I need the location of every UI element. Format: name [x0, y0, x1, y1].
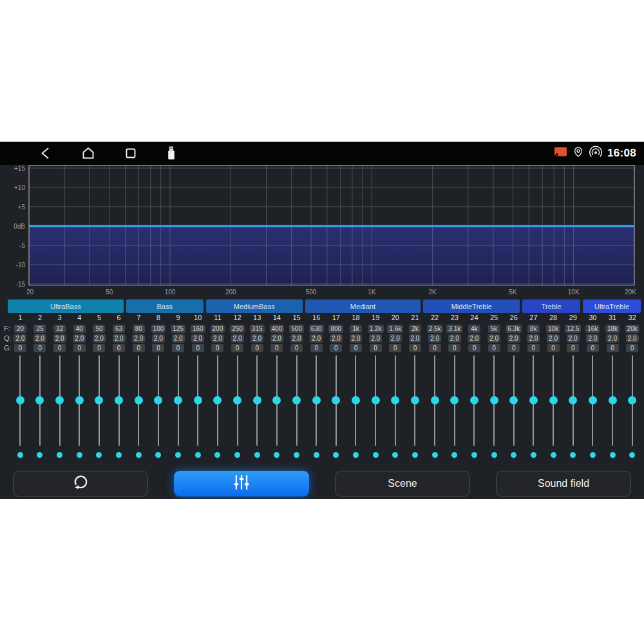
q-value-chip[interactable]: 2.0	[290, 334, 303, 343]
g-value-chip[interactable]: 0	[330, 344, 342, 352]
slider-knob[interactable]	[233, 396, 242, 404]
q-value-chip[interactable]: 2.0	[191, 334, 204, 343]
f-value-chip[interactable]: 250	[230, 325, 245, 333]
gain-slider[interactable]	[109, 354, 129, 448]
gain-slider[interactable]	[227, 354, 247, 448]
f-value-chip[interactable]: 6.3k	[506, 325, 522, 333]
slider-knob[interactable]	[135, 396, 143, 404]
g-value-chip[interactable]: 0	[251, 344, 263, 352]
f-value-chip[interactable]: 18k	[605, 325, 620, 333]
q-value-chip[interactable]: 2.0	[567, 334, 580, 343]
f-value-chip[interactable]: 20	[14, 325, 26, 333]
q-value-chip[interactable]: 2.0	[251, 334, 263, 343]
g-value-chip[interactable]: 0	[133, 344, 145, 352]
f-value-chip[interactable]: 800	[328, 325, 343, 333]
f-value-chip[interactable]: 12.5	[565, 325, 581, 333]
g-value-chip[interactable]: 0	[567, 344, 579, 352]
q-value-chip[interactable]: 2.0	[231, 334, 244, 343]
slider-knob[interactable]	[292, 396, 301, 404]
q-value-chip[interactable]: 2.0	[172, 334, 185, 343]
g-value-chip[interactable]: 0	[290, 344, 303, 352]
slider-knob[interactable]	[272, 396, 281, 404]
slider-knob[interactable]	[115, 396, 123, 404]
f-value-chip[interactable]: 160	[191, 325, 205, 333]
f-value-chip[interactable]: 500	[289, 325, 304, 333]
slider-knob[interactable]	[194, 396, 202, 404]
f-value-chip[interactable]: 1.2k	[368, 325, 384, 333]
g-value-chip[interactable]: 0	[93, 344, 105, 352]
f-value-chip[interactable]: 1k	[350, 325, 362, 333]
slider-knob[interactable]	[312, 396, 321, 404]
g-value-chip[interactable]: 0	[14, 344, 26, 352]
f-value-chip[interactable]: 4k	[468, 325, 480, 333]
g-value-chip[interactable]: 0	[448, 344, 460, 352]
slider-knob[interactable]	[55, 396, 64, 404]
g-value-chip[interactable]: 0	[370, 344, 382, 352]
gain-slider[interactable]	[583, 354, 603, 448]
g-value-chip[interactable]: 0	[192, 344, 204, 352]
gain-slider[interactable]	[10, 354, 30, 448]
gain-slider[interactable]	[168, 354, 188, 448]
g-value-chip[interactable]: 0	[527, 344, 540, 352]
equalizer-button[interactable]	[174, 471, 309, 497]
g-value-chip[interactable]: 0	[172, 344, 184, 352]
q-value-chip[interactable]: 2.0	[389, 334, 402, 343]
f-value-chip[interactable]: 3.1k	[446, 325, 462, 333]
home-icon[interactable]	[81, 146, 95, 160]
q-value-chip[interactable]: 2.0	[488, 334, 500, 343]
gain-slider[interactable]	[444, 354, 464, 448]
f-value-chip[interactable]: 10k	[546, 325, 560, 333]
g-value-chip[interactable]: 0	[468, 344, 480, 352]
f-value-chip[interactable]: 315	[250, 325, 265, 333]
q-value-chip[interactable]: 2.0	[93, 334, 106, 343]
scene-button[interactable]: Scene	[335, 471, 470, 497]
f-value-chip[interactable]: 2k	[409, 325, 421, 333]
f-value-chip[interactable]: 1.6k	[387, 325, 403, 333]
slider-knob[interactable]	[529, 396, 538, 404]
q-value-chip[interactable]: 2.0	[369, 334, 382, 343]
f-value-chip[interactable]: 8k	[527, 325, 540, 333]
q-value-chip[interactable]: 2.0	[606, 334, 619, 343]
gain-slider[interactable]	[484, 354, 504, 448]
f-value-chip[interactable]: 20k	[625, 325, 639, 333]
f-value-chip[interactable]: 32	[53, 325, 66, 333]
q-value-chip[interactable]: 2.0	[132, 334, 145, 343]
q-value-chip[interactable]: 2.0	[409, 334, 422, 343]
slider-knob[interactable]	[154, 396, 162, 404]
gain-slider[interactable]	[208, 354, 228, 448]
q-value-chip[interactable]: 2.0	[73, 334, 86, 343]
back-icon[interactable]	[39, 146, 53, 160]
q-value-chip[interactable]: 2.0	[53, 334, 66, 343]
slider-knob[interactable]	[589, 396, 597, 404]
g-value-chip[interactable]: 0	[350, 344, 362, 352]
f-value-chip[interactable]: 5k	[488, 325, 500, 333]
g-value-chip[interactable]: 0	[587, 344, 599, 352]
gain-slider[interactable]	[504, 354, 524, 448]
f-value-chip[interactable]: 25	[33, 325, 46, 333]
q-value-chip[interactable]: 2.0	[428, 334, 441, 343]
gain-slider[interactable]	[188, 354, 208, 448]
slider-knob[interactable]	[372, 396, 380, 404]
g-value-chip[interactable]: 0	[626, 344, 638, 352]
g-value-chip[interactable]: 0	[409, 344, 421, 352]
f-value-chip[interactable]: 40	[73, 325, 86, 333]
f-value-chip[interactable]: 16k	[585, 325, 600, 333]
gain-slider[interactable]	[544, 354, 564, 448]
g-value-chip[interactable]: 0	[211, 344, 223, 352]
g-value-chip[interactable]: 0	[270, 344, 283, 352]
g-value-chip[interactable]: 0	[429, 344, 441, 352]
gain-slider[interactable]	[247, 354, 267, 448]
q-value-chip[interactable]: 2.0	[448, 334, 461, 343]
f-value-chip[interactable]: 200	[211, 325, 225, 333]
gain-slider[interactable]	[385, 354, 405, 448]
slider-knob[interactable]	[490, 396, 498, 404]
q-value-chip[interactable]: 2.0	[626, 334, 639, 343]
slider-knob[interactable]	[75, 396, 84, 404]
slider-knob[interactable]	[431, 396, 439, 404]
f-value-chip[interactable]: 80	[133, 325, 145, 333]
slider-knob[interactable]	[174, 396, 182, 404]
q-value-chip[interactable]: 2.0	[33, 334, 46, 343]
g-value-chip[interactable]: 0	[152, 344, 164, 352]
slider-knob[interactable]	[569, 396, 577, 404]
q-value-chip[interactable]: 2.0	[310, 334, 323, 343]
